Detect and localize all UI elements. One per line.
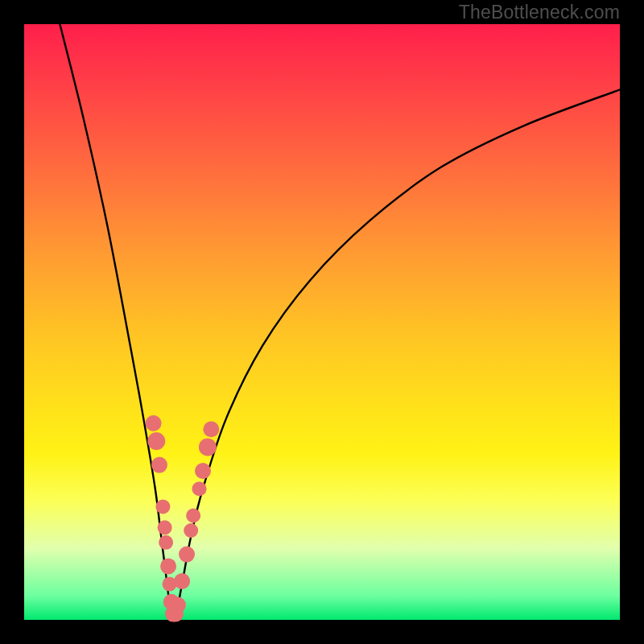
marker-dot [147, 432, 165, 450]
marker-dot [170, 597, 186, 613]
chart-frame: TheBottleneck.com [0, 0, 644, 644]
marker-dot [199, 438, 217, 456]
curve-layer [0, 0, 644, 644]
marker-dot [160, 558, 176, 574]
marker-dot [195, 463, 211, 479]
marker-dot [203, 421, 219, 437]
marker-dot [159, 535, 173, 550]
marker-dot [174, 573, 190, 589]
marker-dot [151, 457, 167, 473]
marker-group [146, 415, 220, 622]
marker-dot [186, 509, 200, 523]
bottleneck-curve [60, 24, 620, 621]
marker-dot [179, 547, 195, 563]
marker-dot [184, 523, 198, 538]
marker-dot [146, 415, 162, 431]
marker-dot [192, 481, 207, 496]
watermark-text: TheBottleneck.com [459, 2, 620, 23]
marker-dot [155, 499, 170, 514]
marker-dot [158, 520, 172, 535]
